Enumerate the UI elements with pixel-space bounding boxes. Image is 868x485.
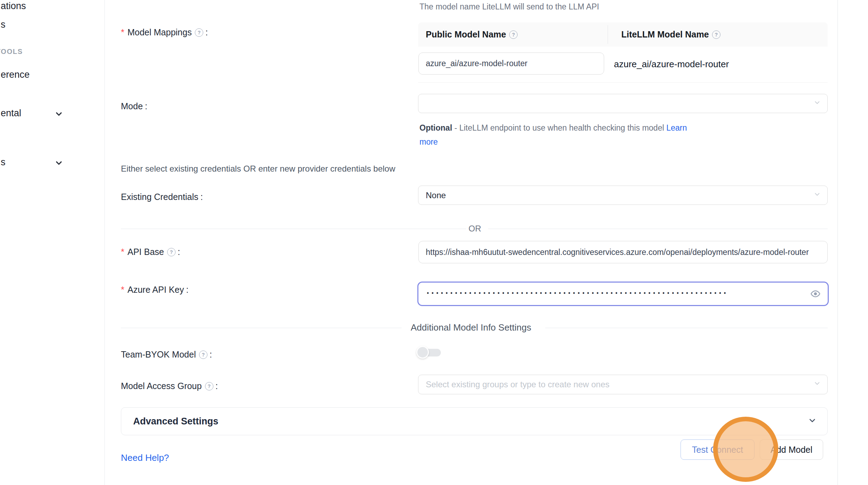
or-divider-line-left bbox=[121, 229, 466, 229]
or-divider-line-right bbox=[488, 229, 828, 229]
chevron-down-icon[interactable] bbox=[54, 109, 63, 120]
azure-api-key-input[interactable]: ••••••••••••••••••••••••••••••••••••••••… bbox=[417, 282, 829, 306]
colon: : bbox=[205, 27, 208, 37]
help-question-icon[interactable]: ? bbox=[167, 248, 176, 256]
model-access-group-label: Model Access Group bbox=[121, 381, 202, 391]
colon: : bbox=[200, 192, 203, 202]
mode-label-row: Mode : bbox=[121, 101, 148, 111]
or-divider-text: OR bbox=[469, 224, 481, 234]
chevron-down-icon bbox=[813, 380, 821, 389]
colon: : bbox=[210, 349, 212, 360]
advanced-settings-title: Advanced Settings bbox=[133, 416, 218, 427]
sidebar-item-experimental[interactable]: ental bbox=[1, 108, 21, 119]
model-access-group-label-row: Model Access Group ? : bbox=[121, 381, 218, 391]
colon: : bbox=[216, 381, 218, 391]
help-question-icon[interactable]: ? bbox=[195, 28, 203, 37]
model-mappings-label: Model Mappings bbox=[128, 27, 192, 37]
sidebar: ations s TOOLS erence ental s bbox=[0, 0, 104, 485]
mode-hint-bold: Optional bbox=[419, 123, 452, 132]
public-model-name-input[interactable]: azure_ai/azure-model-router bbox=[418, 53, 604, 75]
header-column-divider bbox=[608, 25, 608, 44]
help-question-icon[interactable]: ? bbox=[509, 30, 518, 39]
eye-icon[interactable] bbox=[810, 289, 821, 299]
existing-credentials-label: Existing Credentials bbox=[121, 192, 198, 202]
masked-password-value: ••••••••••••••••••••••••••••••••••••••••… bbox=[427, 290, 729, 297]
credentials-note: Either select existing credentials OR en… bbox=[121, 164, 395, 174]
toggle-knob bbox=[416, 346, 429, 359]
api-base-label: API Base bbox=[128, 247, 164, 257]
chevron-down-icon[interactable] bbox=[808, 416, 817, 427]
sidebar-item-2[interactable]: s bbox=[1, 19, 6, 30]
litellm-model-name-hint: The model name LiteLLM will send to the … bbox=[419, 2, 599, 12]
chevron-down-icon bbox=[813, 190, 821, 200]
mode-hint: Optional - LiteLLM endpoint to use when … bbox=[419, 121, 705, 149]
colon: : bbox=[186, 285, 189, 295]
model-mappings-table-header: Public Model Name ? LiteLLM Model Name ? bbox=[418, 22, 828, 47]
azure-api-key-label: Azure API Key bbox=[128, 285, 184, 295]
required-mark: * bbox=[121, 247, 124, 257]
model-access-group-select[interactable]: Select existing groups or type to create… bbox=[418, 375, 828, 394]
column-header-public-model-name: Public Model Name ? bbox=[426, 29, 518, 40]
add-model-button[interactable]: Add Model bbox=[760, 439, 823, 460]
help-question-icon[interactable]: ? bbox=[199, 351, 207, 359]
sidebar-item-organizations[interactable]: ations bbox=[1, 1, 26, 12]
team-byok-label: Team-BYOK Model bbox=[121, 349, 196, 360]
help-question-icon[interactable]: ? bbox=[205, 382, 213, 390]
existing-credentials-value: None bbox=[426, 190, 446, 200]
colon: : bbox=[178, 247, 180, 257]
additional-divider-line-right bbox=[545, 328, 828, 328]
mode-label: Mode bbox=[121, 101, 143, 111]
model-mappings-label-row: * Model Mappings ? : bbox=[121, 27, 208, 37]
advanced-settings-panel[interactable]: Advanced Settings bbox=[121, 407, 828, 435]
model-mappings-table: Public Model Name ? LiteLLM Model Name ?… bbox=[418, 22, 828, 83]
litellm-model-name-value: azure_ai/azure-model-router bbox=[614, 59, 729, 70]
api-base-input[interactable]: https://ishaa-mh6uutut-swedencentral.cog… bbox=[418, 241, 828, 263]
additional-divider-text: Additional Model Info Settings bbox=[411, 322, 531, 333]
existing-credentials-select[interactable]: None bbox=[418, 186, 828, 205]
model-access-group-placeholder: Select existing groups or type to create… bbox=[426, 380, 609, 389]
model-mappings-table-row: azure_ai/azure-model-router azure_ai/azu… bbox=[418, 47, 828, 83]
api-base-label-row: * API Base ? : bbox=[121, 247, 180, 257]
additional-divider-line-left bbox=[121, 328, 402, 328]
required-mark: * bbox=[121, 27, 124, 37]
azure-api-key-label-row: * Azure API Key : bbox=[121, 285, 189, 295]
sidebar-item-reference[interactable]: erence bbox=[1, 69, 30, 80]
column-header-litellm-model-name: LiteLLM Model Name ? bbox=[621, 29, 720, 40]
existing-credentials-label-row: Existing Credentials : bbox=[121, 192, 203, 202]
chevron-down-icon[interactable] bbox=[54, 158, 63, 169]
test-connect-button[interactable]: Test Connect bbox=[681, 439, 754, 460]
chevron-down-icon bbox=[813, 99, 821, 109]
team-byok-label-row: Team-BYOK Model ? : bbox=[121, 349, 212, 360]
need-help-link[interactable]: Need Help? bbox=[121, 452, 169, 463]
mode-hint-text: - LiteLLM endpoint to use when health ch… bbox=[452, 123, 666, 132]
litellm-model-name-header-text: LiteLLM Model Name bbox=[621, 29, 709, 40]
mode-select[interactable] bbox=[418, 94, 828, 113]
help-question-icon[interactable]: ? bbox=[712, 30, 720, 39]
public-model-name-header-text: Public Model Name bbox=[426, 29, 506, 40]
colon: : bbox=[145, 101, 148, 111]
sidebar-item-settings[interactable]: s bbox=[1, 157, 6, 168]
sidebar-section-tools: TOOLS bbox=[0, 48, 23, 56]
add-model-page: ations s TOOLS erence ental s The model … bbox=[0, 0, 868, 485]
required-mark: * bbox=[121, 285, 124, 295]
team-byok-toggle[interactable] bbox=[416, 346, 442, 359]
